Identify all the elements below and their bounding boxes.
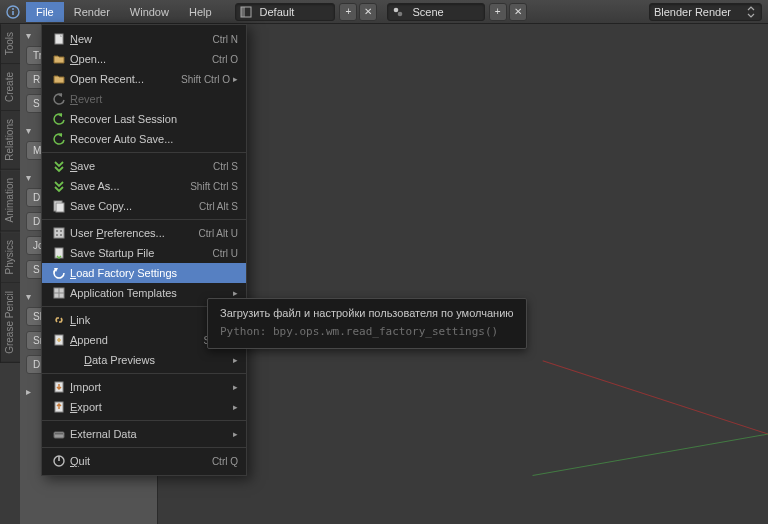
tab-relations[interactable]: Relations: [0, 111, 20, 170]
menu-item-load-factory-settings[interactable]: Load Factory Settings: [42, 263, 246, 283]
menu-item-external-data[interactable]: External Data▸: [42, 424, 246, 444]
savecopy-icon: [50, 199, 68, 213]
link-icon: [50, 313, 68, 327]
svg-point-1: [12, 8, 14, 10]
menu-item-save[interactable]: SaveCtrl S: [42, 156, 246, 176]
menu-item-label: External Data: [68, 428, 230, 440]
menu-item-new[interactable]: NewCtrl N: [42, 29, 246, 49]
svg-rect-15: [55, 248, 63, 258]
external-icon: [50, 427, 68, 441]
tab-tools[interactable]: Tools: [0, 24, 20, 64]
tooltip-description: Загрузить файл и настройки пользователя …: [220, 307, 514, 319]
recover-icon: [50, 112, 68, 126]
menu-item-save-startup-file[interactable]: Save Startup FileCtrl U: [42, 243, 246, 263]
menu-item-label: User Preferences...: [68, 227, 199, 239]
append-icon: [50, 333, 68, 347]
file-menu-dropdown: NewCtrl NOpen...Ctrl OOpen Recent...Shif…: [41, 24, 247, 476]
submenu-arrow-icon: ▸: [230, 288, 238, 298]
menu-item-shortcut: Shift Ctrl O: [181, 74, 230, 85]
svg-rect-11: [56, 230, 58, 232]
chevron-updown-icon: [741, 6, 761, 18]
scene-selector[interactable]: Scene: [387, 3, 484, 21]
revert-icon: [50, 92, 68, 106]
menu-item-shortcut: Ctrl S: [213, 161, 238, 172]
savestartup-icon: [50, 246, 68, 260]
new-icon: [50, 32, 68, 46]
screen-layout-selector[interactable]: Default: [235, 3, 336, 21]
tab-physics[interactable]: Physics: [0, 232, 20, 283]
menu-item-recover-last-session[interactable]: Recover Last Session: [42, 109, 246, 129]
svg-point-6: [398, 11, 403, 16]
submenu-arrow-icon: ▸: [230, 355, 238, 365]
quit-icon: [50, 454, 68, 468]
menu-item-data-previews[interactable]: Data Previews▸: [42, 350, 246, 370]
submenu-arrow-icon: ▸: [230, 429, 238, 439]
menu-item-label: Save As...: [68, 180, 190, 192]
menu-item-label: Save: [68, 160, 213, 172]
menu-item-label: Save Startup File: [68, 247, 212, 259]
svg-rect-22: [54, 432, 64, 438]
menu-item-import[interactable]: Import▸: [42, 377, 246, 397]
prefs-icon: [50, 226, 68, 240]
svg-rect-10: [54, 228, 64, 238]
layout-name: Default: [256, 6, 335, 18]
tab-animation[interactable]: Animation: [0, 170, 20, 231]
menu-item-label: Load Factory Settings: [68, 267, 238, 279]
menu-item-label: Recover Auto Save...: [68, 133, 238, 145]
apptpl-icon: [50, 286, 68, 300]
scene-icon: [388, 6, 408, 18]
menu-item-label: New: [68, 33, 212, 45]
menu-item-label: Application Templates: [68, 287, 230, 299]
menu-item-open-recent[interactable]: Open Recent...Shift Ctrl O▸: [42, 69, 246, 89]
menu-item-label: Save Copy...: [68, 200, 199, 212]
submenu-arrow-icon: ▸: [230, 74, 238, 84]
tab-create[interactable]: Create: [0, 64, 20, 111]
menu-item-label: Link: [68, 314, 228, 326]
menu-item-label: Revert: [68, 93, 238, 105]
menu-item-quit[interactable]: QuitCtrl Q: [42, 451, 246, 471]
menu-item-shortcut: Ctrl O: [212, 54, 238, 65]
svg-rect-9: [56, 203, 64, 212]
y-axis-line: [532, 423, 768, 476]
3d-viewport[interactable]: [158, 24, 768, 524]
tab-grease-pencil[interactable]: Grease Pencil: [0, 283, 20, 363]
menu-item-save-as[interactable]: Save As...Shift Ctrl S: [42, 176, 246, 196]
svg-rect-23: [55, 433, 63, 435]
tooltip-python: Python: bpy.ops.wm.read_factory_settings…: [220, 325, 514, 338]
export-icon: [50, 400, 68, 414]
menu-item-label: Open Recent...: [68, 73, 181, 85]
menu-item-label: Recover Last Session: [68, 113, 238, 125]
import-icon: [50, 380, 68, 394]
menu-item-user-preferences[interactable]: User Preferences...Ctrl Alt U: [42, 223, 246, 243]
render-engine-name: Blender Render: [650, 6, 741, 18]
submenu-arrow-icon: ▸: [230, 382, 238, 392]
menu-item-shortcut: Ctrl N: [212, 34, 238, 45]
save-icon: [50, 179, 68, 193]
menu-item-open[interactable]: Open...Ctrl O: [42, 49, 246, 69]
svg-rect-4: [241, 7, 245, 17]
menu-item-export[interactable]: Export▸: [42, 397, 246, 417]
menu-item-label: Data Previews: [82, 354, 230, 366]
top-menu-bar: File Render Window Help Default + ✕ Scen…: [0, 0, 768, 24]
svg-rect-7: [55, 34, 63, 44]
menu-item-label: Quit: [68, 455, 212, 467]
menu-window[interactable]: Window: [120, 2, 179, 22]
info-icon[interactable]: [2, 1, 24, 23]
menu-file[interactable]: File: [26, 2, 64, 22]
layout-remove-button[interactable]: ✕: [359, 3, 377, 21]
menu-item-save-copy[interactable]: Save Copy...Ctrl Alt S: [42, 196, 246, 216]
scene-remove-button[interactable]: ✕: [509, 3, 527, 21]
tooltip: Загрузить файл и настройки пользователя …: [207, 298, 527, 349]
menu-render[interactable]: Render: [64, 2, 120, 22]
recover-icon: [50, 132, 68, 146]
menu-item-recover-auto-save[interactable]: Recover Auto Save...: [42, 129, 246, 149]
svg-rect-13: [56, 234, 58, 236]
open-icon: [50, 72, 68, 86]
menu-item-shortcut: Ctrl Alt U: [199, 228, 238, 239]
menu-item-shortcut: Ctrl U: [212, 248, 238, 259]
layout-add-button[interactable]: +: [339, 3, 357, 21]
menu-help[interactable]: Help: [179, 2, 222, 22]
scene-add-button[interactable]: +: [489, 3, 507, 21]
render-engine-selector[interactable]: Blender Render: [649, 3, 762, 21]
scene-name: Scene: [408, 6, 483, 18]
